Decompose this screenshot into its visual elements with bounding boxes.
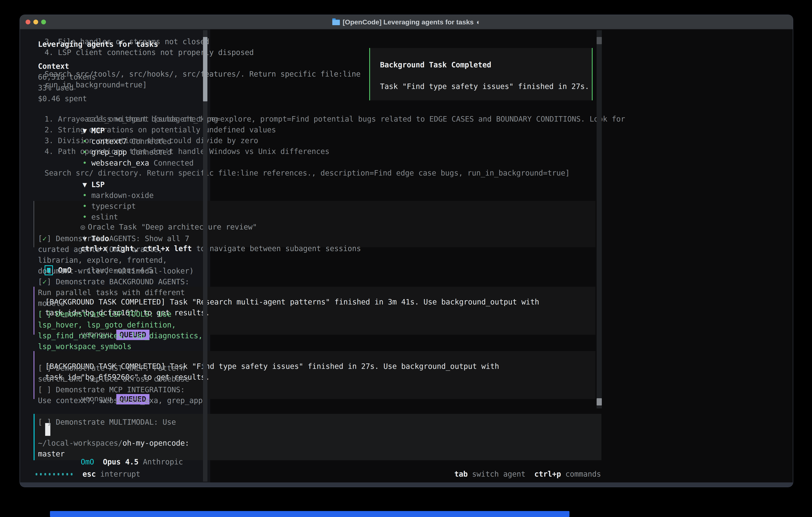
empty-checkbox bbox=[42, 364, 47, 373]
tab-shortcut: tab bbox=[454, 469, 468, 480]
todo-item-done: [✓] Demonstrate AGENTS: Show all 7 curat… bbox=[38, 233, 204, 276]
main-scrollbar-thumb[interactable] bbox=[597, 37, 602, 44]
dock-strip bbox=[50, 511, 570, 517]
ctrlp-shortcut: ctrl+p bbox=[534, 469, 561, 480]
opencode-terminal-window: [OpenCode] Leveraging agents for tasks ◐… bbox=[20, 15, 793, 487]
window-bottom-edge bbox=[20, 483, 793, 487]
empty-checkbox bbox=[42, 418, 47, 427]
main-scrollbar-thumb-lower[interactable] bbox=[597, 398, 602, 405]
workspace-path: ~/local-workspaces/ bbox=[38, 439, 122, 447]
toast-title: Background Task Completed bbox=[380, 60, 592, 71]
todo-item-done: [✓] Demonstrate BACKGROUND AGENTS: Run p… bbox=[38, 276, 204, 309]
workspace-branch: master bbox=[38, 448, 204, 459]
session-sidebar: Leveraging agents for tasks Context 66,5… bbox=[20, 29, 210, 483]
window-title: [OpenCode] Leveraging agents for tasks bbox=[343, 18, 474, 26]
folder-icon bbox=[332, 20, 340, 25]
status-dot-icon: • bbox=[83, 137, 87, 146]
lsp-section-header[interactable]: ▼LSP bbox=[38, 168, 204, 179]
todo-section-header[interactable]: ▼Todo bbox=[38, 222, 204, 233]
todo-item-active: [ ] Demonstrate LSP TOOLS: Use lsp_hover… bbox=[38, 309, 204, 352]
minimize-button[interactable] bbox=[33, 20, 38, 24]
check-icon: ✓ bbox=[42, 234, 47, 243]
todo-section: ▼Todo [✓] Demonstrate AGENTS: Show all 7… bbox=[38, 222, 204, 428]
ctrlp-shortcut-label: commands bbox=[566, 469, 601, 480]
context-spent: $0.46 spent bbox=[38, 93, 204, 104]
status-dot-icon: • bbox=[83, 159, 87, 167]
empty-checkbox bbox=[42, 385, 47, 394]
sidebar-title: Leveraging agents for tasks bbox=[38, 39, 204, 50]
todo-item-pending: [ ] Demonstrate MCP INTEGRATIONS: Use co… bbox=[38, 384, 204, 406]
status-dot-icon: • bbox=[83, 191, 87, 200]
todo-item-pending: [ ] Demonstrate MULTIMODAL: Use bbox=[38, 417, 204, 428]
mcp-section-header[interactable]: ▼MCP bbox=[38, 114, 204, 125]
close-button[interactable] bbox=[26, 20, 30, 24]
status-dot-icon: • bbox=[83, 148, 87, 157]
chevron-down-icon: ▼ bbox=[83, 126, 87, 135]
status-dot-icon: • bbox=[83, 202, 87, 211]
check-icon: ✓ bbox=[42, 277, 47, 286]
status-dot-icon: • bbox=[83, 213, 87, 221]
workspace-repo: oh-my-opencode: bbox=[122, 439, 189, 447]
mcp-section: ▼MCP •context7Connected •grep_appConnect… bbox=[38, 114, 204, 158]
toast-body: Task "Find type safety issues" finished … bbox=[380, 81, 592, 92]
context-section: Context 66,518 tokens 33% used $0.46 spe… bbox=[38, 61, 204, 104]
lsp-section: ▼LSP •markdown-oxide •typescript •eslint bbox=[38, 168, 204, 212]
version-info: •OpenCode1.0.163 bbox=[38, 471, 204, 482]
main-scrollbar-track[interactable] bbox=[597, 30, 602, 408]
context-header: Context bbox=[38, 61, 204, 72]
context-tokens: 66,518 tokens bbox=[38, 72, 204, 83]
traffic-lights bbox=[26, 15, 46, 29]
workspace-info: ~/local-workspaces/oh-my-opencode: maste… bbox=[38, 438, 204, 459]
session-state-icon: ◐ bbox=[476, 18, 481, 26]
empty-checkbox bbox=[42, 310, 47, 319]
oracle-hint-text: to navigate between subagent sessions bbox=[192, 244, 361, 253]
window-titlebar: [OpenCode] Leveraging agents for tasks ◐ bbox=[20, 15, 793, 29]
tab-shortcut-label: switch agent bbox=[472, 469, 525, 480]
zoom-button[interactable] bbox=[41, 20, 46, 24]
sidebar-scrollbar-thumb[interactable] bbox=[203, 37, 207, 101]
todo-item-pending: [ ] Demonstrate AST-GREP: Pattern search… bbox=[38, 363, 204, 384]
context-used: 33% used bbox=[38, 83, 204, 93]
background-task-toast[interactable]: Background Task Completed Task "Find typ… bbox=[369, 48, 592, 100]
chevron-down-icon: ▼ bbox=[83, 180, 87, 189]
